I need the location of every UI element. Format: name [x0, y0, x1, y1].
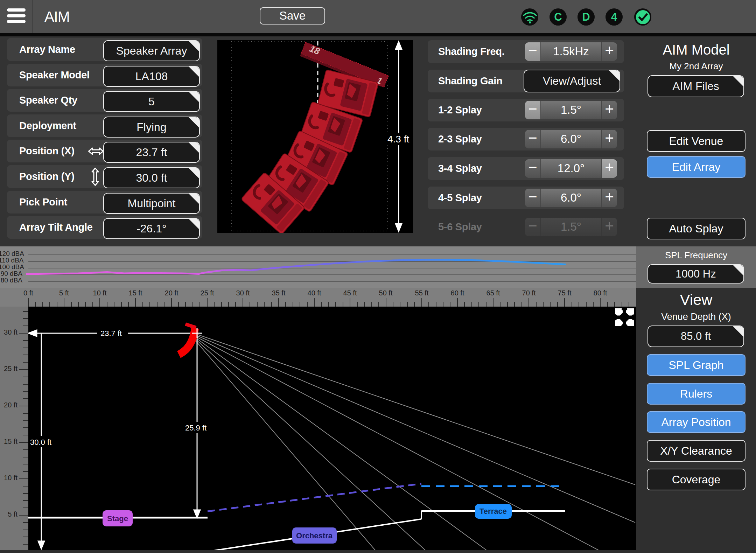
svg-text:30.0 ft: 30.0 ft	[30, 438, 51, 447]
svg-text:4.3 ft: 4.3 ft	[387, 134, 409, 145]
svg-text:Stage: Stage	[107, 514, 128, 523]
svg-text:Terrace: Terrace	[479, 507, 507, 516]
svg-text:25.9 ft: 25.9 ft	[185, 424, 206, 432]
svg-text:Orchestra: Orchestra	[296, 531, 333, 540]
svg-text:23.7 ft: 23.7 ft	[100, 329, 122, 338]
